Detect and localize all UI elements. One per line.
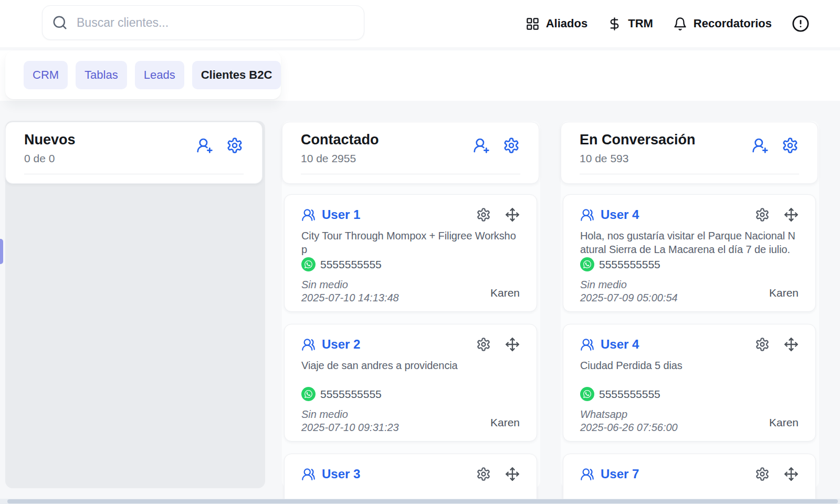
phone-number: 5555555555: [320, 258, 382, 271]
move-icon: [505, 207, 520, 222]
gear-icon: [476, 207, 491, 222]
gear-icon: [782, 137, 799, 154]
user-plus-icon: [752, 137, 769, 154]
crm-board-page: Aliados TRM Recordatorios CRM Tablas Lea…: [0, 0, 840, 504]
tab-clientes-b2c[interactable]: Clientes B2C: [192, 61, 281, 89]
scrollbar-thumb[interactable]: [7, 499, 838, 503]
client-name-link[interactable]: User 7: [601, 467, 639, 481]
grid-icon: [526, 17, 540, 31]
nav-label: TRM: [628, 17, 653, 30]
dollar-icon: [607, 17, 622, 31]
contact-medium: Whatsapp: [580, 408, 678, 421]
board-column-contactado: Contactado 10 de 2955 User 1: [282, 122, 539, 504]
phone-number: 5555555555: [320, 388, 382, 401]
move-icon: [505, 467, 520, 481]
users-icon: [580, 208, 594, 222]
client-card[interactable]: User 2 Viaje de san andres a providencia…: [284, 324, 537, 442]
move-icon: [784, 207, 799, 222]
users-icon: [301, 208, 316, 222]
gear-icon: [755, 207, 770, 222]
phone-number: 5555555555: [599, 258, 660, 271]
card-description: Viaje de san andres a providencia: [301, 359, 520, 386]
card-description: Ciudad Perdida 5 dias: [580, 359, 799, 386]
client-name-link[interactable]: User 4: [601, 207, 639, 222]
top-navigation: Aliados TRM Recordatorios: [526, 0, 810, 47]
sidebar-handle[interactable]: [0, 239, 3, 264]
card-move-handle[interactable]: [784, 467, 799, 481]
client-card[interactable]: User 4 Ciudad Perdida 5 dias 5555555555 …: [563, 324, 816, 442]
divider: [580, 174, 799, 174]
topbar: Aliados TRM Recordatorios: [0, 0, 840, 47]
card-move-handle[interactable]: [784, 207, 799, 222]
client-card[interactable]: User 4 Hola, nos gustaría visitar el Par…: [563, 194, 816, 312]
card-move-handle[interactable]: [505, 337, 520, 352]
card-settings-button[interactable]: [755, 337, 770, 352]
client-name-link[interactable]: User 2: [322, 337, 360, 352]
nav-item-aliados[interactable]: Aliados: [526, 17, 587, 31]
search-input[interactable]: [76, 15, 354, 30]
tabs-panel: CRM Tablas Leads Clientes B2C: [5, 51, 281, 99]
client-card[interactable]: User 1 City Tour Through Mompox + Filigr…: [284, 194, 537, 312]
alerts-button[interactable]: [792, 15, 810, 33]
whatsapp-icon[interactable]: [580, 257, 594, 271]
search-icon: [52, 15, 68, 30]
card-move-handle[interactable]: [505, 207, 520, 222]
nav-label: Recordatorios: [694, 17, 772, 30]
column-settings-button[interactable]: [226, 137, 243, 154]
add-client-button[interactable]: [473, 137, 490, 154]
card-description: Hola, nos gustaría visitar el Parque Nac…: [580, 229, 799, 256]
divider: [24, 174, 244, 174]
card-settings-button[interactable]: [755, 207, 770, 222]
gear-icon: [503, 137, 520, 154]
search-box[interactable]: [42, 5, 364, 40]
card-settings-button[interactable]: [476, 467, 491, 481]
horizontal-scrollbar[interactable]: [0, 499, 840, 504]
whatsapp-icon[interactable]: [580, 387, 594, 401]
users-icon: [580, 467, 594, 481]
board-column-nuevos: Nuevos 0 de 0: [5, 122, 262, 184]
nav-item-trm[interactable]: TRM: [607, 17, 653, 31]
user-plus-icon: [473, 137, 490, 154]
card-datetime: 2025-07-10 14:13:48: [301, 291, 399, 304]
card-settings-button[interactable]: [476, 337, 491, 352]
add-client-button[interactable]: [196, 137, 213, 154]
nav-item-recordatorios[interactable]: Recordatorios: [673, 17, 772, 31]
client-name-link[interactable]: User 4: [601, 337, 639, 352]
column-header: Nuevos 0 de 0: [5, 122, 262, 184]
client-card[interactable]: User 7: [563, 454, 816, 504]
column-settings-button[interactable]: [503, 137, 520, 154]
agent-name: Karen: [490, 287, 520, 304]
phone-number: 5555555555: [599, 388, 660, 401]
whatsapp-icon[interactable]: [301, 257, 316, 271]
nav-label: Aliados: [546, 17, 587, 30]
contact-medium: Sin medio: [301, 408, 399, 421]
column-header: Contactado 10 de 2955: [282, 122, 539, 184]
card-description: City Tour Through Mompox + Filigree Work…: [301, 229, 520, 256]
divider: [301, 174, 520, 174]
card-move-handle[interactable]: [505, 467, 520, 481]
card-settings-button[interactable]: [755, 467, 770, 481]
alert-circle-icon: [792, 15, 810, 33]
card-move-handle[interactable]: [784, 337, 799, 352]
move-icon: [784, 467, 799, 481]
whatsapp-icon[interactable]: [301, 387, 316, 401]
board-column-en-conversacion: En Conversación 10 de 593 User 4: [561, 122, 818, 504]
contact-medium: Sin medio: [580, 278, 678, 291]
card-settings-button[interactable]: [476, 207, 491, 222]
tab-crm[interactable]: CRM: [24, 61, 68, 89]
gear-icon: [226, 137, 243, 154]
column-count: 10 de 2955: [301, 152, 539, 165]
client-name-link[interactable]: User 3: [322, 467, 360, 481]
agent-name: Karen: [769, 416, 799, 434]
users-icon: [301, 467, 316, 481]
gear-icon: [476, 467, 491, 481]
add-client-button[interactable]: [752, 137, 769, 154]
client-card[interactable]: User 3: [284, 454, 537, 504]
tab-leads[interactable]: Leads: [135, 61, 184, 89]
tab-tablas[interactable]: Tablas: [76, 61, 127, 89]
column-count: 10 de 593: [580, 152, 817, 165]
client-name-link[interactable]: User 1: [322, 207, 360, 222]
column-settings-button[interactable]: [782, 137, 799, 154]
bell-icon: [673, 17, 687, 31]
users-icon: [301, 338, 316, 352]
